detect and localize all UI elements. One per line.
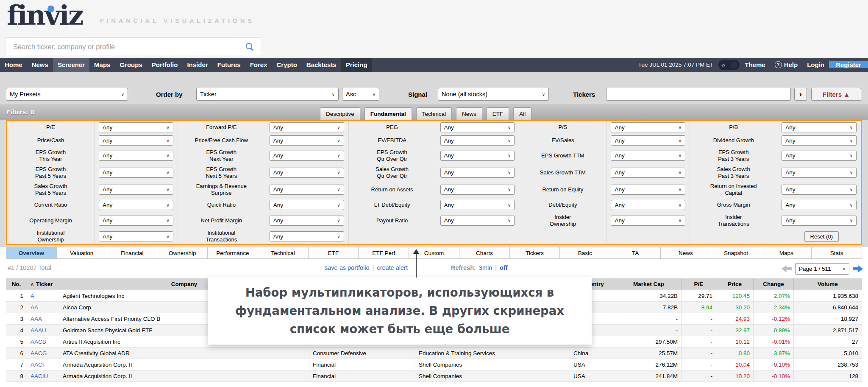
nav-item-maps[interactable]: Maps	[89, 58, 115, 72]
nav-item-futures[interactable]: Futures	[213, 58, 245, 72]
filter-select-roe[interactable]: Any	[611, 185, 685, 195]
tickers-input[interactable]	[606, 88, 791, 101]
reset-filters-button[interactable]: Reset (0)	[804, 231, 839, 242]
filter-select-dividend-growth[interactable]: Any	[782, 135, 857, 146]
view-tab-stats[interactable]: Stats	[812, 247, 862, 259]
view-tab-ta[interactable]: TA	[610, 247, 661, 259]
filter-select-sales-past3[interactable]: Any	[782, 168, 857, 178]
nav-item-pricing[interactable]: Pricing	[341, 58, 372, 72]
filters-toggle-button[interactable]: Filters ▲	[811, 88, 861, 101]
filter-select-eps-past3[interactable]: Any	[782, 151, 857, 161]
header-ticker[interactable]: ∧ Ticker	[27, 278, 59, 290]
filter-select-eps-next-year[interactable]: Any	[270, 151, 344, 161]
theme-label[interactable]: Theme	[745, 61, 770, 68]
tickers-go-button[interactable]: ›	[794, 88, 807, 101]
filter-select-institutional-ownership[interactable]: Any	[99, 231, 173, 241]
filter-select-ev-ebitda[interactable]: Any	[440, 135, 515, 146]
view-tab-tickers[interactable]: Tickers	[510, 247, 560, 259]
tab-news[interactable]: News	[456, 107, 482, 120]
tab-descriptive[interactable]: Descriptive	[320, 107, 360, 120]
filter-select-peg[interactable]: Any	[440, 122, 515, 132]
filter-select-sales-qtr[interactable]: Any	[440, 168, 515, 178]
refresh-interval-link[interactable]: 3min	[479, 264, 492, 271]
ticker-link[interactable]: AACI	[31, 362, 44, 368]
view-tab-basic[interactable]: Basic	[560, 247, 610, 259]
nav-item-insider[interactable]: Insider	[182, 58, 212, 72]
filter-select-eps-next5[interactable]: Any	[270, 168, 344, 178]
ticker-link[interactable]: AAAU	[31, 327, 46, 334]
filter-select-roic[interactable]: Any	[782, 185, 857, 195]
header-price[interactable]: Price	[716, 278, 754, 290]
view-tab-etf[interactable]: ETF	[309, 247, 359, 259]
filter-select-eps-this-year[interactable]: Any	[99, 151, 173, 161]
view-tab-technical[interactable]: Technical	[258, 247, 309, 259]
filter-select-earnings-surprise[interactable]: Any	[270, 185, 344, 195]
view-tab-snapshot[interactable]: Snapshot	[711, 247, 762, 259]
filter-select-ev-sales[interactable]: Any	[611, 135, 685, 146]
filter-select-forward-pe[interactable]: Any	[270, 122, 344, 132]
next-page-arrow-icon[interactable]	[853, 265, 863, 272]
filter-select-insider-ownership[interactable]: Any	[611, 216, 685, 226]
filter-select-price-cash[interactable]: Any	[99, 135, 173, 146]
filter-select-pe[interactable]: Any	[99, 122, 173, 132]
refresh-off-link[interactable]: off	[500, 264, 508, 271]
nav-item-portfolio[interactable]: Portfolio	[147, 58, 183, 72]
save-as-portfolio-link[interactable]: save as portfolio	[325, 264, 370, 271]
tab-etf[interactable]: ETF	[487, 107, 509, 120]
nav-item-crypto[interactable]: Crypto	[272, 58, 302, 72]
nav-item-backtests[interactable]: Backtests	[302, 58, 341, 72]
header-volume[interactable]: Volume	[794, 278, 862, 290]
filter-select-eps-qtr[interactable]: Any	[440, 151, 515, 161]
filter-select-payout-ratio[interactable]: Any	[440, 216, 515, 226]
page-select[interactable]: Page 1 / 511	[795, 263, 849, 275]
direction-select[interactable]: Asc	[342, 88, 379, 101]
view-tab-news[interactable]: News	[661, 247, 711, 259]
filter-select-roa[interactable]: Any	[440, 185, 515, 195]
view-tab-etf-perf[interactable]: ETF Perf	[359, 247, 409, 259]
header-no[interactable]: No.	[6, 278, 27, 290]
create-alert-link[interactable]: create alert	[377, 264, 408, 271]
filter-select-institutional-transactions[interactable]: Any	[270, 231, 344, 241]
view-tab-valuation[interactable]: Valuation	[57, 247, 107, 259]
view-tab-overview[interactable]: Overview	[6, 247, 57, 259]
theme-toggle[interactable]: ☼	[718, 60, 740, 70]
filter-select-insider-transactions[interactable]: Any	[782, 216, 857, 226]
tab-fundamental[interactable]: Fundamental	[364, 107, 412, 120]
help-link[interactable]: ? Help	[770, 61, 803, 68]
filter-select-eps-ttm[interactable]: Any	[611, 151, 685, 161]
nav-item-groups[interactable]: Groups	[115, 58, 147, 72]
view-tab-ownership[interactable]: Ownership	[157, 247, 208, 259]
view-tab-financial[interactable]: Financial	[107, 247, 158, 259]
nav-item-forex[interactable]: Forex	[245, 58, 272, 72]
search-input[interactable]	[12, 42, 246, 51]
tab-technical[interactable]: Technical	[416, 107, 452, 120]
ticker-link[interactable]: AACG	[31, 350, 47, 356]
header-market-cap[interactable]: Market Cap	[616, 278, 682, 290]
ticker-link[interactable]: AACIU	[31, 373, 48, 379]
tab-all[interactable]: All	[513, 107, 531, 120]
filter-select-pb[interactable]: Any	[782, 122, 857, 132]
ticker-link[interactable]: AACB	[31, 339, 46, 345]
view-tab-performance[interactable]: Performance	[208, 247, 258, 259]
nav-item-screener[interactable]: Screener	[53, 58, 89, 72]
register-button[interactable]: Register	[829, 61, 868, 68]
filter-select-sales-ttm[interactable]: Any	[611, 168, 685, 178]
view-tab-maps[interactable]: Maps	[761, 247, 812, 259]
filter-select-ps[interactable]: Any	[611, 122, 685, 132]
filter-select-sales-past5[interactable]: Any	[99, 185, 173, 195]
signal-select[interactable]: None (all stocks)	[438, 88, 549, 101]
filter-select-net-profit-margin[interactable]: Any	[270, 216, 344, 226]
ticker-link[interactable]: A	[31, 293, 34, 299]
presets-select[interactable]: My Presets	[6, 88, 128, 101]
finviz-logo[interactable]: finviz	[7, 0, 82, 33]
filter-select-current-ratio[interactable]: Any	[99, 200, 173, 210]
order-select[interactable]: Ticker	[196, 88, 339, 101]
prev-page-arrow-icon[interactable]	[782, 265, 792, 272]
header-pe[interactable]: P/E	[682, 278, 716, 290]
filter-select-price-fcf[interactable]: Any	[270, 135, 344, 146]
ticker-link[interactable]: AAA	[31, 316, 42, 322]
view-tab-charts[interactable]: Charts	[459, 247, 510, 259]
filter-select-eps-past5[interactable]: Any	[99, 168, 173, 178]
nav-item-news[interactable]: News	[27, 58, 53, 72]
login-link[interactable]: Login	[802, 61, 829, 68]
